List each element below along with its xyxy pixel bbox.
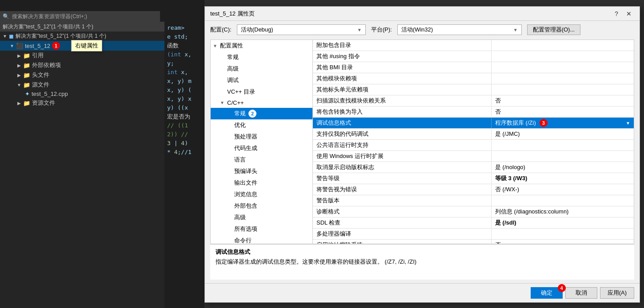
close-button[interactable]: ✕ (624, 8, 634, 19)
prop-val-diag-fmt: 列信息 (/diagnostics:column) (492, 206, 634, 217)
help-button[interactable]: ? (611, 8, 622, 19)
tree-ext-inc[interactable]: 外部包含 (211, 200, 312, 212)
tree-browse[interactable]: 浏览信息 (211, 189, 312, 200)
config-props-arrow: ▼ (213, 43, 220, 48)
output-label: 输出文件 (234, 179, 257, 187)
cancel-button[interactable]: 取消 (565, 287, 597, 299)
desc-panel: 调试信息格式 指定编译器生成的调试信息类型。这要求使用兼容的链接器设置。 (/Z… (210, 244, 634, 280)
prop-row-bmi[interactable]: 其他 BMI 目录 (313, 62, 634, 73)
prop-val-header-dep (492, 84, 634, 95)
tree-all-opts[interactable]: 所有选项 (211, 223, 312, 235)
prop-row-inc-to-import[interactable]: 将包含转换为导入 否 (313, 107, 634, 118)
tree-vcpp-dirs[interactable]: VC++ 目录 (211, 86, 312, 98)
prop-val-warn-ver (492, 195, 634, 206)
tree-debug[interactable]: 调试 (211, 75, 312, 86)
prop-name-bmi: 其他 BMI 目录 (313, 62, 492, 73)
prop-row-warn-error[interactable]: 将警告视为错误 否 (/WX-) (313, 184, 634, 195)
tree-cpp[interactable]: ▼ C/C++ (211, 98, 312, 108)
tree-panel: ▼ 配置属性 常规 高级 调试 (211, 40, 313, 244)
tooltip-text: 右键属性 (75, 42, 98, 49)
platform-select[interactable]: 活动(Win32) ▼ (397, 24, 522, 35)
tree-general[interactable]: 常规 (211, 51, 312, 63)
prop-row-multiproc[interactable]: 多处理器编译 (313, 229, 634, 240)
general-label: 常规 (227, 53, 239, 61)
config-value: 活动(Debug) (241, 26, 357, 34)
prop-val-clr (492, 140, 634, 150)
platform-value: 活动(Win32) (401, 26, 513, 34)
prop-val-multiproc (492, 229, 634, 239)
prop-val-add-inc (492, 40, 634, 51)
prop-val-bmi (492, 62, 634, 73)
config-manager-button[interactable]: 配置管理器(O)... (527, 24, 581, 35)
tree-cpp-general[interactable]: 常规 2 (211, 108, 312, 119)
tree-language[interactable]: 语言 (211, 154, 312, 166)
config-select[interactable]: 活动(Debug) ▼ (237, 24, 366, 35)
prop-val-inc-to-import: 否 (492, 107, 634, 117)
prop-row-debug-fmt[interactable]: 调试信息格式 程序数据库 (/Zi) 3 ▼ (313, 118, 634, 129)
prop-val-scan-src: 否 (492, 95, 634, 106)
prop-name-diag-fmt: 诊断格式 (313, 206, 492, 217)
badge-3: 3 (540, 119, 548, 127)
prop-name-debug-fmt: 调试信息格式 (313, 118, 492, 128)
prop-row-clr[interactable]: 公共语言运行时支持 (313, 140, 634, 151)
debug-fmt-text: 程序数据库 (/Zi) (495, 119, 536, 127)
lang-label: 语言 (234, 156, 246, 164)
prop-row-nologo[interactable]: 取消显示启动版权标志 是 (/nologo) (313, 162, 634, 173)
prop-row-winrt[interactable]: 使用 Windows 运行时扩展 (313, 151, 634, 162)
prop-name-clr: 公共语言运行时支持 (313, 140, 492, 150)
properties-dialog: test_5_12 属性页 ? ✕ 配置(C): 活动(Debug) ▼ 平台(… (204, 6, 640, 303)
config-label: 配置(C): (210, 26, 232, 34)
prop-name-jmc: 支持仅我的代码调试 (313, 129, 492, 139)
main-content: ▼ 配置属性 常规 高级 调试 (210, 39, 634, 244)
prop-row-add-inc[interactable]: 附加包含目录 (313, 40, 634, 51)
tree-cmdline[interactable]: 命令行 (211, 235, 312, 244)
dialog-body: 配置(C): 活动(Debug) ▼ 平台(P): 活动(Win32) ▼ 配置… (205, 21, 640, 283)
prop-row-module-dep[interactable]: 其他模块依赖项 (313, 73, 634, 84)
prop-row-sdl[interactable]: SDL 检查 是 (/sdl) (313, 217, 634, 229)
allOpts-label: 所有选项 (234, 225, 257, 233)
config-props-label: 配置属性 (220, 42, 243, 50)
tree-code-gen[interactable]: 代码生成 (211, 142, 312, 154)
prop-row-warn-level[interactable]: 警告等级 等级 3 (/W3) (313, 173, 634, 184)
tree-preprocessor[interactable]: 预处理器 (211, 131, 312, 142)
optim-label: 优化 (234, 121, 246, 129)
prop-val-jmc: 是 (/JMC) (492, 129, 634, 139)
prop-name-add-inc: 附加包含目录 (313, 40, 492, 51)
prop-name-warn-ver: 警告版本 (313, 195, 492, 206)
advanced-label: 高级 (227, 65, 239, 73)
prop-row-header-dep[interactable]: 其他标头单元依赖项 (313, 84, 634, 95)
badge-4: 4 (558, 284, 566, 292)
tree-output[interactable]: 输出文件 (211, 177, 312, 189)
prop-val-nologo: 是 (/nologo) (492, 162, 634, 173)
prop-val-winrt (492, 151, 634, 162)
confirm-button[interactable]: 4 确定 (531, 287, 563, 299)
tree-advanced2[interactable]: 高级 (211, 212, 312, 223)
debug-fmt-dropdown[interactable]: ▼ (626, 121, 630, 126)
tree-precomp[interactable]: 预编译头 (211, 166, 312, 177)
prop-row-scan-src[interactable]: 扫描源以查找模块依赖关系 否 (313, 95, 634, 107)
prop-val-sdl: 是 (/sdl) (492, 217, 634, 228)
apply-button[interactable]: 应用(A) (600, 287, 634, 299)
prop-val-asan: 否 (492, 240, 634, 244)
browse-label: 浏览信息 (234, 190, 257, 198)
debug-label: 调试 (227, 76, 239, 84)
desc-text: 指定编译器生成的调试信息类型。这要求使用兼容的链接器设置。 (/Z7, /Zi,… (216, 258, 629, 266)
platform-caret: ▼ (513, 28, 518, 32)
cpp-arrow: ▼ (220, 100, 227, 105)
tree-optimization[interactable]: 优化 (211, 119, 312, 131)
prop-row-asan[interactable]: 启用地址擦除系统 否 (313, 240, 634, 244)
prop-row-jmc[interactable]: 支持仅我的代码调试 是 (/JMC) (313, 129, 634, 140)
vcpp-dirs-label: VC++ 目录 (227, 88, 255, 96)
prop-row-warn-ver[interactable]: 警告版本 (313, 195, 634, 206)
tree-advanced[interactable]: 高级 (211, 63, 312, 75)
config-caret: ▼ (357, 28, 362, 32)
adv2-label: 高级 (234, 213, 246, 221)
prop-row-using[interactable]: 其他 #using 指令 (313, 51, 634, 62)
tree-config-props[interactable]: ▼ 配置属性 (211, 40, 312, 51)
prop-name-module-dep: 其他模块依赖项 (313, 73, 492, 84)
prop-val-debug-fmt: 程序数据库 (/Zi) 3 ▼ (492, 118, 634, 128)
platform-label: 平台(P): (371, 26, 392, 34)
prop-name-scan-src: 扫描源以查找模块依赖关系 (313, 95, 492, 106)
prop-row-diag-fmt[interactable]: 诊断格式 列信息 (/diagnostics:column) (313, 206, 634, 217)
prop-name-asan: 启用地址擦除系统 (313, 240, 492, 244)
